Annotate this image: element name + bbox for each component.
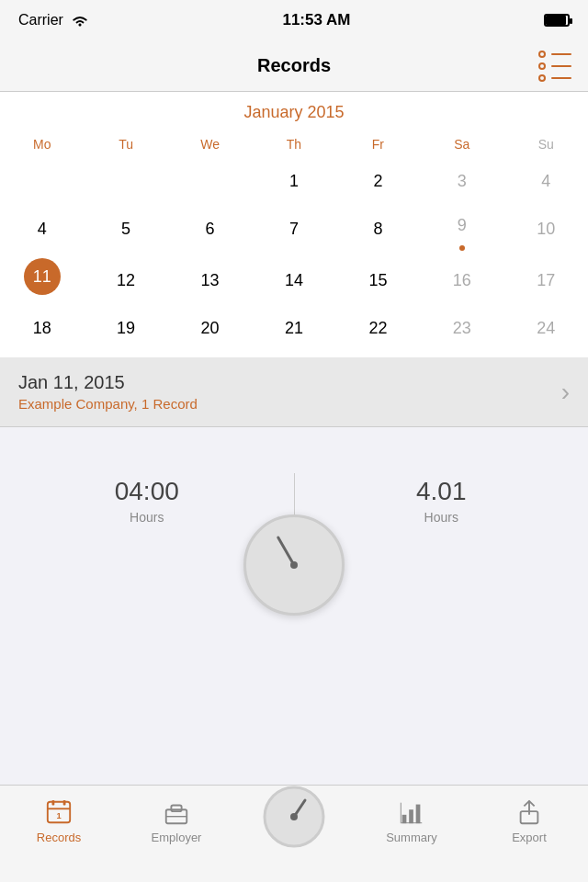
svg-rect-13 bbox=[409, 809, 413, 823]
tab-bar: 1 Records Employer bbox=[0, 785, 588, 882]
list-menu-button[interactable] bbox=[538, 51, 571, 82]
day-cell-11[interactable]: 11 bbox=[0, 254, 84, 306]
nav-bar: Records bbox=[0, 40, 588, 92]
list-icon-row-1 bbox=[538, 51, 571, 58]
export-tab-icon bbox=[515, 798, 543, 826]
day-cell-13[interactable]: 13 bbox=[168, 254, 252, 306]
day-cell-16[interactable]: 16 bbox=[420, 254, 503, 306]
day-label-su: Su bbox=[504, 133, 588, 159]
day-cell-9[interactable]: 9 bbox=[420, 203, 503, 254]
day-cell-24[interactable]: 24 bbox=[504, 306, 588, 350]
day-cell-17[interactable]: 17 bbox=[504, 254, 588, 306]
day-cell-empty-2 bbox=[84, 159, 167, 203]
chevron-right-icon: › bbox=[561, 378, 570, 407]
list-icon-row-3 bbox=[538, 74, 571, 82]
dot-11 bbox=[40, 297, 45, 302]
day-cell-4a[interactable]: 4 bbox=[504, 159, 588, 203]
list-line-3 bbox=[551, 77, 571, 79]
day-label-we: We bbox=[168, 133, 252, 159]
day-cell-12[interactable]: 12 bbox=[84, 254, 167, 306]
tab-employer-label: Employer bbox=[152, 831, 202, 844]
tab-records-label: Records bbox=[37, 831, 81, 844]
records-tab-icon: 1 bbox=[45, 798, 73, 826]
day-label-tu: Tu bbox=[84, 133, 167, 159]
day-cell-21[interactable]: 21 bbox=[252, 306, 335, 350]
tab-summary-label: Summary bbox=[386, 831, 437, 844]
list-dot-3 bbox=[538, 74, 546, 82]
day-cell-4[interactable]: 4 bbox=[0, 203, 84, 254]
status-time: 11:53 AM bbox=[282, 11, 350, 29]
summary-tab-icon bbox=[398, 798, 425, 826]
svg-rect-2 bbox=[52, 800, 55, 806]
day-cell-10[interactable]: 10 bbox=[504, 203, 588, 254]
selected-sub-text: Example Company, 1 Record bbox=[18, 396, 198, 412]
day-cell-7[interactable]: 7 bbox=[252, 203, 335, 254]
tab-employer[interactable]: Employer bbox=[118, 795, 235, 844]
nav-title: Records bbox=[257, 55, 331, 76]
tab-export-label: Export bbox=[512, 831, 547, 844]
day-label-mo: Mo bbox=[0, 133, 84, 159]
svg-rect-3 bbox=[63, 800, 66, 806]
day-cell-22[interactable]: 22 bbox=[336, 306, 420, 350]
day-cell-15[interactable]: 15 bbox=[336, 254, 420, 306]
list-icon-row-2 bbox=[538, 62, 571, 70]
dot-9 bbox=[459, 245, 465, 251]
timer-tab-icon bbox=[257, 776, 331, 850]
day-label-fr: Fr bbox=[336, 133, 420, 159]
wifi-icon bbox=[71, 14, 89, 27]
status-bar: Carrier 11:53 AM bbox=[0, 0, 588, 40]
day-cell-3[interactable]: 3 bbox=[420, 159, 503, 203]
day-cell-5[interactable]: 5 bbox=[84, 203, 167, 254]
svg-rect-12 bbox=[402, 815, 407, 823]
day-cell-empty-1 bbox=[0, 159, 84, 203]
tab-export[interactable]: Export bbox=[470, 795, 588, 844]
list-line-1 bbox=[551, 53, 571, 55]
list-line-2 bbox=[551, 65, 571, 67]
selected-date-info: Jan 11, 2015 Example Company, 1 Record bbox=[18, 372, 198, 412]
day-cell-19[interactable]: 19 bbox=[84, 306, 167, 350]
tab-timer[interactable] bbox=[235, 776, 353, 850]
list-dot-2 bbox=[538, 62, 546, 70]
svg-point-0 bbox=[78, 24, 81, 27]
svg-rect-14 bbox=[416, 805, 421, 824]
day-cell-2[interactable]: 2 bbox=[336, 159, 420, 203]
day-cell-empty-3 bbox=[168, 159, 252, 203]
tab-summary[interactable]: Summary bbox=[353, 795, 470, 844]
day-label-th: Th bbox=[252, 133, 335, 159]
day-cell-18[interactable]: 18 bbox=[0, 306, 84, 350]
calendar-day-labels: Mo Tu We Th Fr Sa Su 1 2 3 4 4 5 6 7 8 9… bbox=[0, 133, 588, 350]
stat-value-hours1: 04:00 bbox=[0, 477, 294, 506]
day-cell-14[interactable]: 14 bbox=[252, 254, 335, 306]
svg-rect-16 bbox=[401, 822, 423, 823]
svg-rect-15 bbox=[401, 803, 401, 824]
svg-point-11 bbox=[290, 813, 298, 820]
battery-icon bbox=[544, 14, 570, 27]
status-battery bbox=[544, 14, 570, 27]
day-cell-6[interactable]: 6 bbox=[168, 203, 252, 254]
selected-date-row[interactable]: Jan 11, 2015 Example Company, 1 Record › bbox=[0, 357, 588, 427]
svg-text:1: 1 bbox=[56, 811, 61, 820]
day-cell-8[interactable]: 8 bbox=[336, 203, 420, 254]
calendar-month-year: January 2015 bbox=[0, 103, 588, 122]
timer-circle-wrap bbox=[243, 514, 345, 616]
timer-center bbox=[290, 561, 298, 569]
day-label-sa: Sa bbox=[420, 133, 503, 159]
timer-circle[interactable] bbox=[243, 514, 345, 616]
employer-tab-icon bbox=[163, 798, 190, 826]
day-cell-20[interactable]: 20 bbox=[168, 306, 252, 350]
stats-section: 04:00 Hours 4.01 Hours bbox=[0, 427, 588, 565]
list-dot-1 bbox=[538, 51, 546, 58]
status-carrier: Carrier bbox=[18, 12, 89, 28]
carrier-label: Carrier bbox=[18, 12, 63, 28]
stat-value-hours2: 4.01 bbox=[295, 477, 589, 506]
tab-records[interactable]: 1 Records bbox=[0, 795, 118, 844]
day-cell-1[interactable]: 1 bbox=[252, 159, 335, 203]
selected-date-text: Jan 11, 2015 bbox=[18, 372, 198, 393]
day-cell-23[interactable]: 23 bbox=[420, 306, 503, 350]
calendar: January 2015 Mo Tu We Th Fr Sa Su 1 2 3 … bbox=[0, 92, 588, 357]
